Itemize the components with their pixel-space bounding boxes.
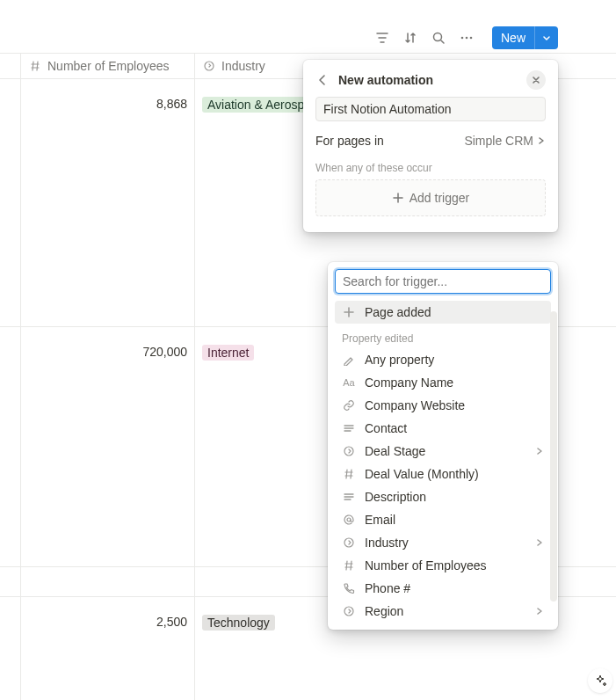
scrollbar[interactable] — [550, 311, 557, 602]
hash-icon — [342, 559, 356, 572]
trigger-item-property[interactable]: Number of Employees — [335, 554, 551, 577]
status-icon — [342, 445, 356, 457]
trigger-item-property[interactable]: Any property — [335, 348, 551, 371]
pages-in-value[interactable]: Simple CRM — [464, 134, 546, 148]
status-icon — [342, 605, 356, 617]
trigger-item-label: Industry — [365, 536, 409, 550]
new-button[interactable]: New — [492, 26, 534, 49]
trigger-item-label: Region — [365, 604, 403, 618]
trigger-item-label: Email — [365, 513, 395, 527]
trigger-item-label: Number of Employees — [365, 558, 487, 572]
svg-point-0 — [433, 33, 441, 41]
plus-icon — [342, 306, 356, 318]
svg-point-7 — [344, 538, 353, 547]
cell-employees: 8,868 — [28, 97, 187, 111]
chevron-right-icon — [535, 447, 544, 456]
chevron-right-icon — [537, 136, 546, 145]
hash-icon — [342, 468, 356, 480]
sparkle-icon — [593, 674, 607, 688]
trigger-item-label: Deal Value (Monthly) — [365, 467, 479, 481]
link-icon — [342, 399, 356, 412]
pencil-icon — [342, 354, 356, 366]
close-button[interactable] — [526, 70, 546, 90]
svg-point-5 — [344, 447, 353, 456]
trigger-item-label: Phone # — [365, 581, 410, 595]
svg-point-6 — [347, 518, 351, 521]
status-icon — [202, 60, 216, 72]
trigger-item-page-added[interactable]: Page added — [335, 301, 551, 324]
trigger-item-label: Any property — [365, 353, 434, 367]
plus-icon — [392, 192, 404, 204]
automation-panel: New automation For pages in Simple CRM W… — [303, 60, 558, 232]
back-icon[interactable] — [315, 73, 330, 87]
trigger-item-property[interactable]: Contact — [335, 417, 551, 440]
trigger-item-label: Company Website — [365, 398, 465, 412]
trigger-item-property[interactable]: Company Website — [335, 394, 551, 417]
trigger-item-label: Description — [365, 490, 426, 504]
column-header-employees[interactable]: Number of Employees — [47, 59, 170, 73]
text-aa-icon: Aa — [342, 377, 356, 388]
svg-point-1 — [461, 37, 464, 40]
column-header-industry[interactable]: Industry — [221, 59, 265, 73]
panel-title: New automation — [338, 73, 518, 87]
chevron-right-icon — [535, 607, 544, 616]
status-icon — [342, 536, 356, 549]
when-section-label: When any of these occur — [315, 162, 546, 179]
trigger-item-label: Contact — [365, 421, 407, 435]
hash-icon — [28, 60, 42, 72]
cell-employees: 720,000 — [28, 345, 187, 359]
at-icon — [342, 514, 356, 526]
svg-point-2 — [466, 37, 468, 40]
new-button-dropdown[interactable] — [534, 26, 558, 49]
cell-industry-tag: Internet — [202, 345, 254, 361]
trigger-item-property[interactable]: Email — [335, 508, 551, 531]
trigger-popover: Page added Property edited Any propertyA… — [328, 262, 558, 630]
search-icon[interactable] — [431, 30, 446, 46]
trigger-item-property[interactable]: AaCompany Name — [335, 371, 551, 394]
cell-employees: 2,500 — [28, 615, 187, 629]
ai-sparkle-button[interactable] — [588, 668, 612, 693]
trigger-search-input[interactable] — [335, 269, 551, 294]
trigger-item-property[interactable]: Description — [335, 485, 551, 508]
close-icon — [532, 76, 540, 84]
trigger-item-label: Company Name — [365, 376, 453, 390]
lines-icon — [342, 422, 356, 434]
trigger-item-property[interactable]: Deal Stage — [335, 440, 551, 463]
svg-point-8 — [344, 607, 353, 616]
chevron-right-icon — [535, 538, 544, 547]
automation-name-input[interactable] — [315, 97, 546, 121]
lines-icon — [342, 491, 356, 503]
property-edited-group-label: Property edited — [328, 324, 558, 348]
phone-icon — [342, 582, 356, 594]
chevron-down-icon — [542, 33, 551, 42]
trigger-item-property[interactable]: Deal Value (Monthly) — [335, 463, 551, 485]
more-icon[interactable] — [459, 30, 475, 46]
trigger-item-property[interactable]: Industry — [335, 531, 551, 554]
trigger-item-property[interactable]: Phone # — [335, 577, 551, 600]
cell-industry-tag: Technology — [202, 615, 275, 631]
trigger-item-label: Deal Stage — [365, 444, 425, 458]
add-trigger-button[interactable]: Add trigger — [315, 179, 546, 216]
filter-icon[interactable] — [374, 30, 390, 46]
svg-point-4 — [205, 62, 214, 70]
svg-point-3 — [470, 37, 473, 40]
sort-icon[interactable] — [402, 30, 418, 46]
trigger-item-property[interactable]: Region — [335, 600, 551, 623]
pages-in-label: For pages in — [315, 134, 384, 148]
